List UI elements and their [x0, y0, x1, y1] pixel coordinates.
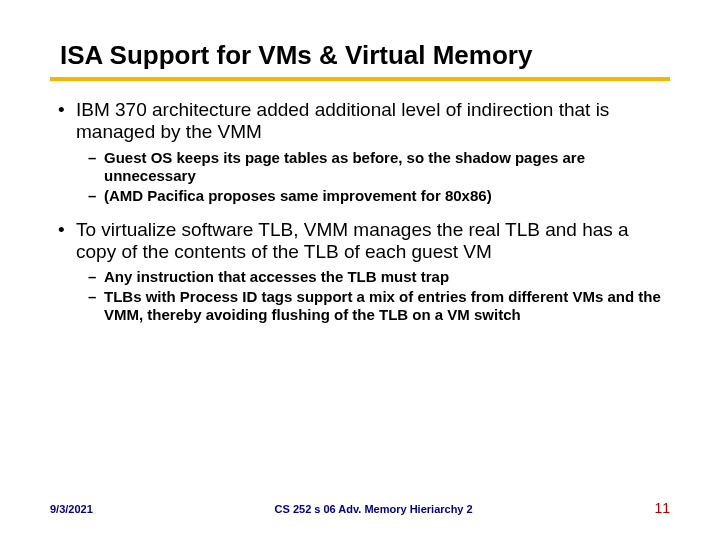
footer-course: CS 252 s 06 Adv. Memory Hieriarchy 2: [275, 503, 473, 515]
dash-icon: –: [88, 288, 104, 324]
bullet-dot-icon: •: [58, 99, 76, 143]
bullet-text: To virtualize software TLB, VMM manages …: [76, 219, 670, 263]
dash-icon: –: [88, 187, 104, 205]
slide-title: ISA Support for VMs & Virtual Memory: [50, 40, 670, 77]
dash-icon: –: [88, 149, 104, 185]
sub-bullet-text: Any instruction that accesses the TLB mu…: [104, 268, 449, 286]
sub-bullet-text: (AMD Pacifica proposes same improvement …: [104, 187, 492, 205]
footer-page-number: 11: [654, 500, 670, 516]
sub-bullet-group: – Guest OS keeps its page tables as befo…: [88, 149, 670, 205]
title-underline: [50, 77, 670, 81]
sub-bullet-text: Guest OS keeps its page tables as before…: [104, 149, 670, 185]
sub-bullet-text: TLBs with Process ID tags support a mix …: [104, 288, 670, 324]
bullet-text: IBM 370 architecture added additional le…: [76, 99, 670, 143]
sub-bullet-item: – TLBs with Process ID tags support a mi…: [88, 288, 670, 324]
slide-content: • IBM 370 architecture added additional …: [50, 99, 670, 324]
bullet-item: • IBM 370 architecture added additional …: [58, 99, 670, 143]
footer-date: 9/3/2021: [50, 503, 93, 515]
sub-bullet-item: – (AMD Pacifica proposes same improvemen…: [88, 187, 670, 205]
sub-bullet-group: – Any instruction that accesses the TLB …: [88, 268, 670, 324]
slide: ISA Support for VMs & Virtual Memory • I…: [0, 0, 720, 540]
bullet-item: • To virtualize software TLB, VMM manage…: [58, 219, 670, 263]
dash-icon: –: [88, 268, 104, 286]
bullet-dot-icon: •: [58, 219, 76, 263]
sub-bullet-item: – Guest OS keeps its page tables as befo…: [88, 149, 670, 185]
slide-footer: 9/3/2021 CS 252 s 06 Adv. Memory Hieriar…: [0, 500, 720, 516]
sub-bullet-item: – Any instruction that accesses the TLB …: [88, 268, 670, 286]
